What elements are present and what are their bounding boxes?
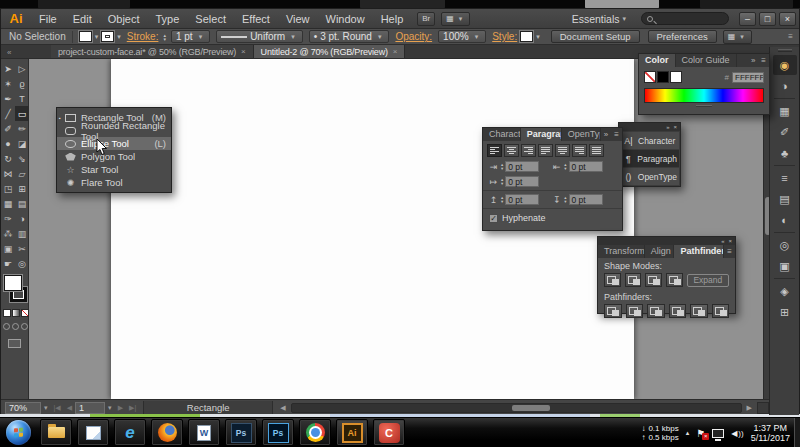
fill-color-proxy[interactable]	[4, 275, 22, 291]
hyphenate-checkbox[interactable]: ✓	[489, 214, 498, 223]
color-spectrum-bar[interactable]	[644, 88, 764, 103]
rotate-tool[interactable]: ↻	[1, 151, 15, 166]
brush-definition-combo[interactable]: •3 pt. Round▾	[309, 30, 390, 43]
taskbar-notepad-button[interactable]	[77, 419, 109, 446]
mesh-tool[interactable]: ▦	[1, 196, 15, 211]
document-setup-button[interactable]: Document Setup	[551, 30, 640, 43]
tools-collapse-icon[interactable]: «	[7, 48, 11, 57]
eyedropper-tool[interactable]: ✑	[1, 211, 15, 226]
stepper-icon[interactable]: ▴▾	[501, 163, 503, 171]
zoom-level-field[interactable]: 70%	[5, 402, 41, 414]
horizontal-scrollbar-thumb[interactable]	[512, 405, 550, 411]
right-indent-field[interactable]: ⇤ ▴▾ 0 pt	[551, 161, 602, 172]
taskbar-camtasia-button[interactable]: C	[373, 419, 405, 446]
column-graph-tool[interactable]: ▥	[15, 226, 29, 241]
current-tool-readout[interactable]: Rectangle	[143, 401, 273, 415]
minus-front-button[interactable]	[625, 273, 642, 287]
tab-align[interactable]: Align	[645, 245, 675, 258]
draw-behind-button[interactable]	[12, 323, 19, 330]
chevron-down-icon[interactable]: ▾	[92, 33, 102, 41]
symbol-sprayer-tool[interactable]: ⁂	[1, 226, 15, 241]
show-hidden-icons-button[interactable]: ▴	[686, 429, 690, 437]
maximize-button[interactable]: □	[759, 12, 776, 26]
pen-tool[interactable]: ✒	[1, 91, 15, 106]
workspace-switcher[interactable]: Essentials	[572, 13, 620, 25]
flyout-item-polygon-tool[interactable]: Polygon Tool	[57, 150, 171, 163]
stepper-icon[interactable]: ▴▾	[564, 163, 566, 171]
space-before-field[interactable]: ↥ ▴▾ 0 pt	[488, 194, 539, 205]
trim-button[interactable]	[626, 304, 644, 318]
taskbar-firefox-button[interactable]	[151, 419, 183, 446]
preferences-button[interactable]: Preferences	[648, 30, 717, 43]
brushes-panel-icon[interactable]: ✐	[773, 122, 797, 142]
start-button[interactable]	[6, 420, 31, 445]
justify-center-button[interactable]	[555, 144, 570, 157]
draw-inside-button[interactable]	[21, 323, 28, 330]
minus-back-button[interactable]	[712, 304, 730, 318]
menu-type[interactable]: Type	[148, 13, 188, 25]
space-after-field[interactable]: ↧ ▴▾ 0 pt	[551, 194, 602, 205]
collapse-panel-icon[interactable]: «	[721, 237, 724, 245]
stepper-icon[interactable]: ▴▾	[564, 196, 566, 204]
white-swatch[interactable]	[670, 71, 682, 83]
flyout-item-rounded-rectangle-tool[interactable]: Rounded Rectangle Tool	[57, 124, 171, 137]
menu-object[interactable]: Object	[100, 13, 148, 25]
style-swatch[interactable]	[520, 31, 533, 42]
first-artboard-button[interactable]: |◀	[51, 404, 64, 412]
chevron-down-icon[interactable]: ▾	[533, 33, 543, 41]
artboard-number-field[interactable]: 1	[75, 402, 105, 414]
minimize-button[interactable]: –	[739, 12, 756, 26]
width-tool[interactable]: ⋈	[1, 166, 15, 181]
selection-tool[interactable]: ➤	[1, 61, 15, 76]
tab-pathfinder[interactable]: Pathfinder	[674, 245, 724, 258]
taskbar-photoshop-2-button[interactable]: Ps	[262, 419, 294, 446]
right-indent-value[interactable]: 0 pt	[569, 161, 603, 172]
symbols-panel-icon[interactable]: ♣	[773, 143, 797, 163]
menu-file[interactable]: File	[31, 13, 65, 25]
collapse-panel-icon[interactable]: »	[748, 54, 758, 67]
zoom-dropdown-icon[interactable]: ▾	[41, 404, 51, 412]
space-before-value[interactable]: 0 pt	[505, 194, 539, 205]
menu-select[interactable]: Select	[187, 13, 234, 25]
draw-normal-button[interactable]	[3, 323, 10, 330]
stepper-icon[interactable]: ▴▾	[501, 178, 503, 186]
expand-panels-icon[interactable]: »	[666, 123, 669, 131]
artboard-dropdown-icon[interactable]: ▾	[105, 404, 115, 412]
menu-effect[interactable]: Effect	[234, 13, 278, 25]
crop-button[interactable]	[669, 304, 687, 318]
panel-menu-icon[interactable]: ≡	[611, 128, 622, 141]
close-icon[interactable]: ×	[728, 237, 732, 245]
free-transform-tool[interactable]: ▱	[15, 166, 29, 181]
document-tab[interactable]: project-custom-face.ai* @ 50% (RGB/Previ…	[51, 45, 254, 58]
rectangle-tool[interactable]: ▭	[15, 106, 29, 121]
document-tab-active[interactable]: Untitled-2 @ 70% (RGB/Preview) ×	[254, 45, 406, 58]
taskbar-internet-explorer-button[interactable]: e	[114, 419, 146, 446]
close-button[interactable]: ×	[779, 12, 796, 26]
perspective-grid-tool[interactable]: ⊞	[15, 181, 29, 196]
magic-wand-tool[interactable]: ✶	[1, 76, 15, 91]
gradient-mode-button[interactable]	[12, 309, 20, 317]
align-options-button[interactable]: ▦▾	[723, 30, 752, 44]
network-icon[interactable]	[712, 429, 724, 438]
color-mode-button[interactable]	[3, 309, 11, 317]
stroke-weight-stepper[interactable]: ▴▾	[163, 33, 166, 41]
justify-all-button[interactable]	[589, 144, 604, 157]
line-segment-tool[interactable]: ╱	[1, 106, 15, 121]
panel-resize-grip[interactable]	[639, 103, 769, 108]
left-indent-value[interactable]: 0 pt	[505, 161, 539, 172]
justify-right-button[interactable]	[572, 144, 587, 157]
shape-builder-tool[interactable]: ◳	[1, 181, 15, 196]
screen-mode-button[interactable]	[8, 339, 21, 348]
align-right-button[interactable]	[521, 144, 536, 157]
graphic-styles-panel-icon[interactable]: ▣	[773, 256, 797, 276]
scroll-left-button[interactable]: ◀	[277, 404, 288, 412]
show-desktop-button[interactable]	[794, 418, 800, 447]
style-panel-link[interactable]: Style:	[492, 31, 517, 42]
tab-paragraph[interactable]: Paragraph	[521, 128, 562, 141]
direct-selection-tool[interactable]: ▷	[15, 61, 29, 76]
flyout-item-flare-tool[interactable]: ✺ Flare Tool	[57, 176, 171, 189]
chevron-down-icon[interactable]: ▾	[114, 33, 124, 41]
stepper-icon[interactable]: ▴▾	[501, 196, 503, 204]
type-tool[interactable]: T	[15, 91, 29, 106]
chevron-down-icon[interactable]: ▾	[619, 15, 629, 23]
